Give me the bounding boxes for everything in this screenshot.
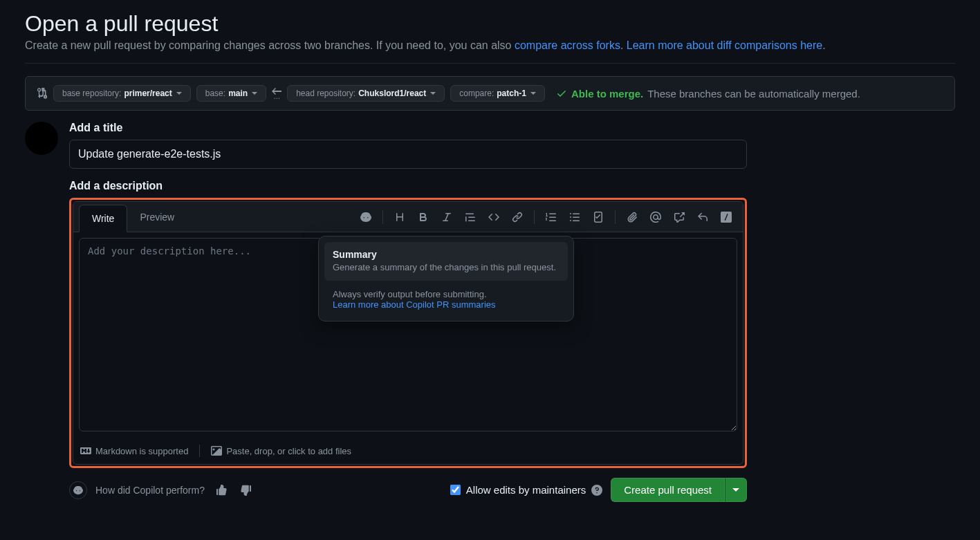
compare-forks-link[interactable]: compare across forks: [515, 39, 620, 51]
heading-icon[interactable]: [389, 206, 411, 228]
quote-icon[interactable]: [459, 206, 481, 228]
check-icon: [556, 88, 567, 99]
description-label: Add a description: [69, 180, 747, 192]
title-input[interactable]: [69, 140, 747, 169]
markdown-icon: [80, 445, 91, 456]
compare-box: base repository: primer/react base: main…: [25, 76, 955, 111]
thumbs-up-button[interactable]: [213, 482, 230, 499]
copilot-badge-icon: [69, 481, 87, 499]
chevron-down-icon: [252, 92, 257, 95]
svg-point-0: [38, 89, 41, 91]
footer-separator: [199, 445, 200, 457]
title-label: Add a title: [69, 122, 747, 134]
description-highlight: Write Preview: [69, 198, 747, 468]
subtitle-mid: .: [620, 39, 627, 51]
avatar: [25, 122, 58, 155]
page-title: Open a pull request: [25, 11, 955, 37]
attachment-icon[interactable]: [621, 206, 643, 228]
chevron-down-icon: [530, 92, 536, 95]
chevron-down-icon: [176, 92, 182, 95]
bold-icon[interactable]: [412, 206, 434, 228]
create-pr-button[interactable]: Create pull request: [611, 478, 725, 502]
cross-reference-icon[interactable]: [668, 206, 690, 228]
svg-point-1: [44, 95, 47, 98]
compare-label: compare:: [459, 89, 494, 98]
link-icon[interactable]: [506, 206, 528, 228]
popup-note-text: Always verify output before submitting.: [333, 289, 487, 299]
learn-diff-link[interactable]: Learn more about diff comparisons here: [627, 39, 822, 51]
merge-status: Able to merge. These branches can be aut…: [556, 88, 860, 100]
code-icon[interactable]: [483, 206, 505, 228]
arrow-left-icon: …: [272, 88, 281, 99]
toolbar-separator: [534, 210, 535, 224]
task-list-icon[interactable]: [587, 206, 609, 228]
allow-edits-input[interactable]: [450, 485, 461, 495]
subtitle-end: .: [822, 39, 825, 51]
tab-write[interactable]: Write: [79, 205, 127, 232]
allow-edits-checkbox[interactable]: Allow edits by maintainers: [450, 484, 602, 496]
reply-icon[interactable]: [692, 206, 714, 228]
head-repo-selector[interactable]: head repository: Chukslord1/react: [287, 85, 445, 102]
editor-tab-row: Write Preview: [73, 202, 743, 232]
base-repo-value: primer/react: [124, 89, 172, 98]
base-value: main: [228, 89, 248, 98]
popup-desc: Generate a summary of the changes in thi…: [333, 261, 560, 274]
subtitle-text: Create a new pull request by comparing c…: [25, 39, 515, 51]
compare-value: patch-1: [497, 89, 526, 98]
ordered-list-icon[interactable]: [540, 206, 562, 228]
base-label: base:: [205, 89, 225, 98]
copilot-summary-option[interactable]: Summary Generate a summary of the change…: [324, 242, 568, 281]
create-pr-group: Create pull request: [611, 478, 747, 502]
allow-edits-label: Allow edits by maintainers: [466, 484, 586, 496]
git-compare-icon: [37, 88, 48, 99]
paste-hint[interactable]: Paste, drop, or click to add files: [211, 445, 351, 456]
toolbar-separator: [615, 210, 616, 224]
thumbs-down-icon: [241, 485, 252, 496]
markdown-hint-text: Markdown is supported: [95, 446, 188, 456]
merge-desc-text: These branches can be automatically merg…: [647, 88, 860, 100]
head-repo-value: Chukslord1/react: [358, 89, 426, 98]
editor-tabs: Write Preview: [79, 202, 187, 232]
page-subtitle: Create a new pull request by comparing c…: [25, 39, 955, 52]
chevron-down-icon: [430, 92, 436, 95]
editor-toolbar: [355, 206, 737, 228]
italic-icon[interactable]: [436, 206, 458, 228]
merge-able-text: Able to merge.: [571, 88, 643, 100]
copilot-popup: Summary Generate a summary of the change…: [318, 236, 574, 322]
copilot-icon[interactable]: [355, 206, 377, 228]
slash-commands-icon[interactable]: [715, 206, 737, 228]
base-repo-label: base repository:: [62, 89, 121, 98]
chevron-down-icon: [732, 488, 739, 492]
create-pr-dropdown[interactable]: [725, 478, 747, 502]
tab-preview[interactable]: Preview: [127, 202, 187, 232]
editor-footer: Markdown is supported Paste, drop, or cl…: [73, 439, 743, 464]
copilot-feedback-label: How did Copilot perform?: [95, 485, 205, 496]
thumbs-down-button[interactable]: [238, 482, 255, 499]
toolbar-separator: [382, 210, 383, 224]
popup-title: Summary: [333, 249, 560, 260]
compare-branch-selector[interactable]: compare: patch-1: [450, 85, 545, 102]
base-repo-selector[interactable]: base repository: primer/react: [53, 85, 191, 102]
thumbs-up-icon: [216, 485, 227, 496]
base-branch-selector[interactable]: base: main: [196, 85, 266, 102]
markdown-hint[interactable]: Markdown is supported: [80, 445, 188, 456]
mention-icon[interactable]: [645, 206, 667, 228]
divider: [25, 63, 955, 64]
popup-learn-link[interactable]: Learn more about Copilot PR summaries: [333, 299, 560, 310]
question-icon[interactable]: [591, 485, 602, 496]
popup-note: Always verify output before submitting. …: [324, 281, 568, 315]
image-icon: [211, 445, 222, 456]
form-bottom-row: How did Copilot perform? Allow edits by …: [69, 478, 747, 502]
paste-hint-text: Paste, drop, or click to add files: [226, 446, 351, 456]
head-repo-label: head repository:: [296, 89, 355, 98]
unordered-list-icon[interactable]: [564, 206, 586, 228]
